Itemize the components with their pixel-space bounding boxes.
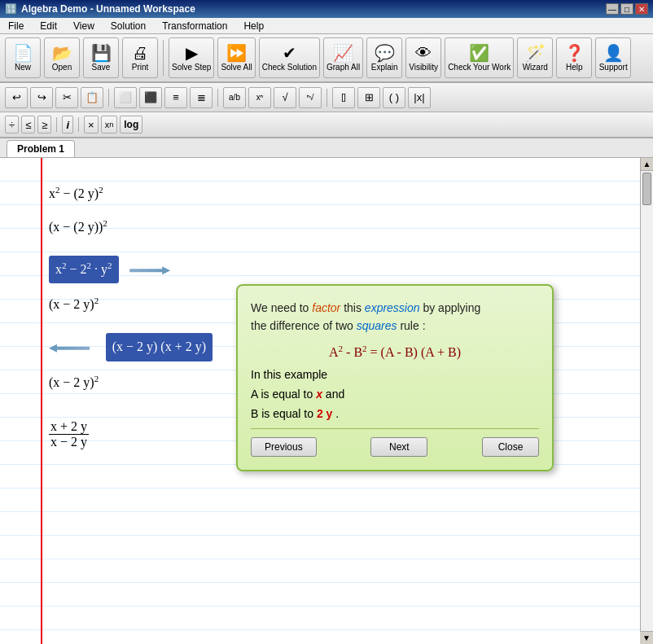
content-area[interactable]: x2 − (2 y)2 (x − (2 y))2 x2 − 22 · y2 (x… [0, 158, 640, 644]
menu-transformation[interactable]: Transformation [157, 19, 232, 33]
print-button[interactable]: 🖨 Print [122, 37, 158, 78]
expr-1-line1: x2 − (2 y)2 [49, 182, 103, 206]
save-button[interactable]: 💾 Save [83, 37, 119, 78]
cut-button[interactable]: ✂ [55, 87, 78, 108]
tooltip-a-value: x [316, 388, 322, 401]
scrollbar[interactable]: ▲ ▼ [640, 158, 653, 644]
new-button[interactable]: 📄 New [5, 37, 41, 78]
menu-view[interactable]: View [68, 19, 99, 33]
leq-button[interactable]: ≤ [21, 116, 35, 134]
solve-step-icon: ▶ [186, 45, 198, 61]
math-section-1: x2 − (2 y)2 [49, 182, 624, 206]
subscript-button[interactable]: xn [101, 116, 118, 134]
math-section-2: x2 − 22 · y2 [49, 256, 624, 284]
visibility-icon: 👁 [415, 45, 432, 61]
explain-button[interactable]: 💬 Explain [366, 37, 402, 78]
solve-step-label: Solve Step [172, 63, 211, 72]
scroll-up-button[interactable]: ▲ [641, 158, 653, 171]
check-solution-button[interactable]: ✔ Check Solution [259, 37, 320, 78]
bracket-button[interactable]: ( ) [383, 87, 405, 108]
help-icon: ❓ [564, 45, 585, 61]
exponent-button[interactable]: xⁿ [248, 87, 271, 108]
paren-button[interactable]: |x| [408, 87, 431, 108]
scroll-down-button[interactable]: ▼ [640, 631, 653, 644]
geq-button[interactable]: ≥ [37, 116, 51, 134]
expr-2-line2: (x − 2 y)2 [49, 293, 99, 317]
explain-icon: 💬 [375, 45, 395, 61]
frac-denominator: x − 2 y [49, 435, 89, 449]
toolbar: 📄 New 📂 Open 💾 Save 🖨 Print ▶ Solve Step… [0, 34, 653, 83]
align-right-button[interactable]: ≡ [164, 87, 187, 108]
visibility-button[interactable]: 👁 Visibility [405, 37, 441, 78]
align-left-button[interactable]: ⬜ [114, 87, 137, 108]
expr-3-line2: (x − 2 y)2 [49, 371, 99, 395]
graph-all-icon: 📈 [333, 45, 353, 61]
log-button[interactable]: log [120, 116, 142, 134]
support-button[interactable]: 👤 Support [595, 37, 631, 78]
matrix-button[interactable]: [] [332, 87, 355, 108]
visibility-label: Visibility [409, 63, 438, 72]
tooltip-line2: the difference of two squares rule : [251, 317, 539, 335]
toolbar3: ÷ ≤ ≥ i × xn log [0, 112, 653, 138]
italic-button[interactable]: i [62, 116, 73, 134]
print-label: Print [132, 63, 149, 72]
sqrt-button[interactable]: √ [274, 87, 296, 108]
open-button[interactable]: 📂 Open [44, 37, 80, 78]
solve-step-button[interactable]: ▶ Solve Step [169, 37, 214, 78]
scroll-thumb[interactable] [642, 173, 651, 205]
wizard-label: Wizard [523, 63, 548, 72]
help-button[interactable]: ❓ Help [556, 37, 592, 78]
tooltip-box: We need to factor this expression by app… [236, 284, 554, 471]
close-button-tooltip[interactable]: Close [482, 437, 539, 457]
expr-1-line2: (x − (2 y))2 [49, 216, 107, 239]
math-section-1b: (x − (2 y))2 [49, 216, 624, 239]
menu-help[interactable]: Help [239, 19, 269, 33]
times-button[interactable]: × [84, 116, 99, 134]
close-button[interactable]: ✕ [635, 3, 648, 15]
new-label: New [15, 63, 31, 72]
sep3 [326, 89, 327, 107]
save-icon: 💾 [91, 45, 112, 61]
copy-button[interactable]: 📋 [81, 87, 103, 108]
tooltip-b-value: 2 y [317, 407, 332, 420]
tab-problem1[interactable]: Problem 1 [7, 140, 75, 157]
minimize-button[interactable]: — [606, 3, 619, 15]
tab-problem1-label: Problem 1 [17, 143, 64, 155]
app-icon: 🔢 [5, 3, 17, 15]
redo-button[interactable]: ↪ [30, 87, 53, 108]
align-center-button[interactable]: ⬛ [139, 87, 162, 108]
wizard-icon: 🪄 [525, 45, 546, 61]
menu-solution[interactable]: Solution [106, 19, 151, 33]
open-label: Open [52, 63, 72, 72]
check-your-work-button[interactable]: ✅ Check Your Work [445, 37, 514, 78]
expr-4-fraction: x + 2 y x − 2 y [49, 419, 89, 449]
wizard-button[interactable]: 🪄 Wizard [517, 37, 553, 78]
grid-button[interactable]: ⊞ [357, 87, 380, 108]
title-bar: 🔢 Algebra Demo - Unnamed Workspace — □ ✕ [0, 0, 653, 18]
toolbar-separator-1 [163, 40, 164, 76]
divide-button[interactable]: ÷ [5, 116, 19, 134]
tooltip-a-line: A is equal to x and [251, 388, 539, 401]
undo-button[interactable]: ↩ [5, 87, 28, 108]
solve-all-icon: ⏩ [226, 45, 247, 61]
check-your-work-label: Check Your Work [448, 63, 511, 72]
format-button[interactable]: ≣ [190, 87, 213, 108]
explain-label: Explain [371, 63, 398, 72]
graph-all-button[interactable]: 📈 Graph All [323, 37, 363, 78]
main-area: x2 − (2 y)2 (x − (2 y))2 x2 − 22 · y2 (x… [0, 158, 653, 644]
nthroot-button[interactable]: ⁿ√ [299, 87, 322, 108]
menu-file[interactable]: File [3, 19, 28, 33]
sep [108, 89, 109, 107]
keyword-expression: expression [365, 301, 420, 314]
menu-edit[interactable]: Edit [35, 19, 62, 33]
sep2 [217, 89, 218, 107]
help-label: Help [566, 63, 583, 72]
fraction-button[interactable]: a/b [223, 87, 246, 108]
print-icon: 🖨 [132, 45, 148, 61]
toolbar2: ↩ ↪ ✂ 📋 ⬜ ⬛ ≡ ≣ a/b xⁿ √ ⁿ√ [] ⊞ ( ) |x| [0, 83, 653, 112]
previous-button[interactable]: Previous [251, 437, 317, 457]
next-button[interactable]: Next [370, 437, 427, 457]
check-solution-label: Check Solution [262, 63, 317, 72]
solve-all-button[interactable]: ⏩ Solve All [217, 37, 255, 78]
maximize-button[interactable]: □ [620, 3, 633, 15]
